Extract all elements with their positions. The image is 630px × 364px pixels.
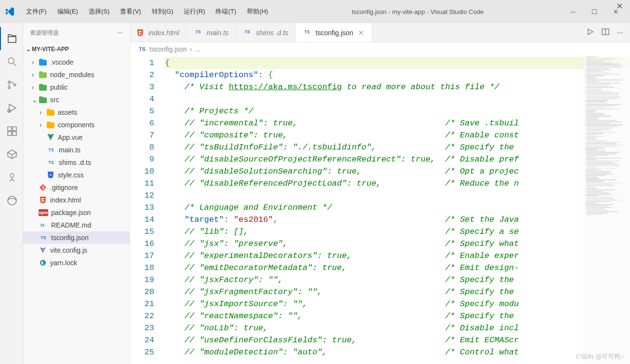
menu-item[interactable]: 终端(T) bbox=[211, 4, 241, 19]
code-line[interactable]: "target": "es2016", /* Set the Java bbox=[165, 214, 630, 226]
code-line[interactable] bbox=[165, 93, 630, 105]
md-icon: M↓ bbox=[39, 222, 48, 229]
svg-rect-6 bbox=[13, 127, 16, 131]
tab[interactable]: TSshims .d.ts bbox=[236, 23, 295, 42]
tab[interactable]: TSmain.ts bbox=[187, 23, 236, 42]
tree-item[interactable]: vite.config.js bbox=[23, 244, 130, 256]
menu-item[interactable]: 转到(G) bbox=[147, 4, 178, 19]
code-line[interactable]: // "lib": [], /* Specify a se bbox=[165, 226, 630, 238]
tree-item[interactable]: 3style.css bbox=[23, 169, 130, 181]
code-editor[interactable]: 1234567891011121314151617181920212223242… bbox=[130, 56, 630, 364]
tab-label: index.html bbox=[148, 29, 179, 37]
explorer-icon[interactable] bbox=[0, 27, 23, 50]
tree-item[interactable]: App.vue bbox=[23, 131, 130, 144]
chevron-icon: ⌄ bbox=[32, 96, 39, 104]
more-actions-icon[interactable]: ⋯ bbox=[617, 29, 623, 36]
code-line[interactable]: // "composite": true, /* Enable const bbox=[165, 129, 630, 141]
run-icon[interactable] bbox=[586, 28, 594, 37]
minimap[interactable] bbox=[584, 56, 630, 364]
code-line[interactable]: // "incremental": true, /* Save .tsbuil bbox=[165, 117, 630, 129]
menu-item[interactable]: 运行(R) bbox=[179, 4, 210, 19]
chevron-right-icon: › bbox=[190, 45, 192, 53]
project-header[interactable]: ⌄ MY-VITE-APP bbox=[23, 42, 130, 56]
code-line[interactable]: /* Language and Environment */ bbox=[165, 202, 630, 214]
maximize-button[interactable]: ☐ bbox=[584, 4, 605, 19]
tree-item[interactable]: ›components bbox=[23, 119, 130, 131]
project-name: MY-VITE-APP bbox=[32, 46, 69, 53]
menu-item[interactable]: 编辑(E) bbox=[53, 4, 83, 19]
split-editor-icon[interactable] bbox=[602, 28, 609, 37]
tree-label: main.ts bbox=[59, 146, 80, 154]
code-line[interactable]: // "jsx": "preserve", /* Specify what bbox=[165, 238, 630, 250]
code-line[interactable]: // "moduleDetection": "auto", /* Control… bbox=[165, 346, 630, 358]
code-line[interactable]: // "tsBuildInfoFile": "./.tsbuildinfo", … bbox=[165, 141, 630, 153]
source-control-icon[interactable] bbox=[0, 73, 23, 96]
chevron-down-icon: ⌄ bbox=[26, 46, 31, 53]
tree-item[interactable]: ›node_modules bbox=[23, 68, 130, 81]
package-icon[interactable] bbox=[0, 143, 23, 166]
menubar: 文件(F)编辑(E)选择(S)查看(V)转到(G)运行(R)终端(T)帮助(H) bbox=[21, 4, 273, 19]
breadcrumb-rest: ... bbox=[195, 45, 201, 53]
svg-point-2 bbox=[8, 87, 10, 89]
tree-item[interactable]: TStsconfig.json bbox=[23, 231, 130, 244]
tab-close-icon[interactable]: ✕ bbox=[357, 29, 365, 37]
svg-point-9 bbox=[10, 174, 14, 177]
menu-item[interactable]: 查看(V) bbox=[115, 4, 146, 19]
edge-icon[interactable] bbox=[0, 189, 23, 212]
tree-item[interactable]: npmpackage.json bbox=[23, 206, 130, 219]
tab-label: main.ts bbox=[207, 29, 228, 37]
code-line[interactable]: // "experimentalDecorators": true, /* En… bbox=[165, 250, 630, 262]
tab-label: tsconfig.json bbox=[316, 29, 353, 37]
code-line[interactable]: // "jsxFactory": "", /* Specify the bbox=[165, 274, 630, 286]
code-line[interactable]: // "reactNamespace": "", /* Specify the bbox=[165, 310, 630, 322]
code-line[interactable]: "compilerOptions": { bbox=[165, 69, 630, 81]
code-line[interactable]: // "disableSolutionSearching": true, /* … bbox=[165, 165, 630, 177]
code-line[interactable]: // "emitDecoratorMetadata": true, /* Emi… bbox=[165, 262, 630, 274]
tree-item[interactable]: M↓README.md bbox=[23, 219, 130, 231]
ts-icon: TS bbox=[193, 29, 203, 36]
tree-label: style.css bbox=[58, 171, 84, 179]
tree-label: shims .d.ts bbox=[59, 159, 91, 166]
tree-item[interactable]: .gitignore bbox=[23, 181, 130, 194]
tab[interactable]: TStsconfig.json✕ bbox=[295, 23, 372, 42]
code-line[interactable]: // "jsxImportSource": "", /* Specify mod… bbox=[165, 298, 630, 310]
tab[interactable]: index.html bbox=[130, 23, 187, 42]
extensions-icon[interactable] bbox=[0, 120, 23, 143]
menu-item[interactable]: 帮助(H) bbox=[242, 4, 273, 19]
window-title: tsconfig.json - my-vite-app - Visual Stu… bbox=[273, 8, 563, 15]
folder-assets-icon bbox=[46, 109, 55, 116]
code-line[interactable]: /* Visit https://aka.ms/tsconfig to read… bbox=[165, 81, 630, 93]
tree-label: App.vue bbox=[58, 134, 82, 141]
tree-item[interactable]: TSshims .d.ts bbox=[23, 156, 130, 169]
minimize-button[interactable]: ─ bbox=[563, 4, 584, 19]
code-content[interactable]: { "compilerOptions": { /* Visit https://… bbox=[165, 56, 630, 364]
search-icon[interactable] bbox=[0, 50, 23, 73]
code-line[interactable]: // "disableSourceOfProjectReferenceRedir… bbox=[165, 153, 630, 165]
tree-item[interactable]: ›public bbox=[23, 81, 130, 94]
tree-icon[interactable] bbox=[0, 166, 23, 189]
activitybar bbox=[0, 23, 23, 364]
tree-item[interactable]: index.html bbox=[23, 194, 130, 206]
tree-item[interactable]: TSmain.ts bbox=[23, 144, 130, 156]
menu-item[interactable]: 文件(F) bbox=[21, 4, 52, 19]
code-line[interactable]: { bbox=[165, 57, 630, 69]
menu-item[interactable]: 选择(S) bbox=[84, 4, 114, 19]
tree-item[interactable]: yarn.lock bbox=[23, 256, 130, 269]
tree-item[interactable]: ›assets bbox=[23, 106, 130, 119]
folder-components-icon bbox=[46, 121, 55, 128]
code-line[interactable] bbox=[165, 189, 630, 202]
breadcrumb[interactable]: TS tsconfig.json › ... bbox=[130, 42, 630, 56]
code-line[interactable]: /* Projects */ bbox=[165, 105, 630, 117]
svg-point-0 bbox=[8, 58, 14, 64]
tree-item[interactable]: ⌄src bbox=[23, 94, 130, 106]
editor-area: index.htmlTSmain.tsTSshims .d.tsTStsconf… bbox=[130, 23, 630, 364]
code-line[interactable]: // "jsxFragmentFactory": "", /* Specify … bbox=[165, 286, 630, 298]
tree-item[interactable]: ›.vscode bbox=[23, 56, 130, 68]
code-line[interactable]: // "noLib": true, /* Disable incl bbox=[165, 322, 630, 334]
folder-vscode-icon bbox=[39, 59, 47, 66]
outer-close-icon[interactable]: ✕ bbox=[616, 1, 623, 12]
code-line[interactable]: // "useDefineForClassFields": true, /* E… bbox=[165, 334, 630, 346]
more-icon[interactable]: ⋯ bbox=[117, 29, 123, 36]
run-debug-icon[interactable] bbox=[0, 96, 23, 120]
code-line[interactable]: // "disableReferencedProjectLoad": true,… bbox=[165, 177, 630, 189]
